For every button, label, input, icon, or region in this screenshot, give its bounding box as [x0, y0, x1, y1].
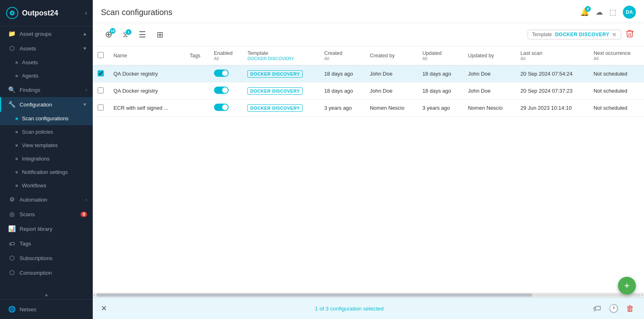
sidebar-item-agents[interactable]: Agents: [0, 69, 93, 82]
row-updated-by: Nomen Nescio: [463, 100, 515, 117]
scroll-left-arrow[interactable]: ‹: [93, 292, 96, 298]
upload-btn[interactable]: ☁: [596, 8, 603, 17]
status-close-btn[interactable]: ✕: [101, 304, 107, 313]
row-next-occurrence: Not scheduled: [589, 100, 644, 117]
row-enabled[interactable]: [209, 65, 243, 82]
filter-btn[interactable]: ⧖ 1: [119, 28, 132, 41]
add-btn[interactable]: ⊕ 10: [101, 27, 116, 42]
sidebar-item-configuration[interactable]: 🔧 Configuration ▼: [0, 97, 93, 112]
sidebar-item-tags[interactable]: 🏷 Tags: [0, 236, 93, 251]
row-last-scan: 29 Jun 2023 10:14:10: [515, 100, 589, 117]
table-row[interactable]: ECR with self signed ... DOCKER DISCOVER…: [93, 100, 644, 117]
row-template: DOCKER DISCOVERY: [242, 100, 319, 117]
row-enabled[interactable]: [209, 82, 243, 100]
col-updated: Updated All: [417, 46, 463, 65]
sidebar-item-label: Tags: [20, 241, 31, 247]
user-avatar[interactable]: DA: [623, 6, 636, 19]
sidebar-collapse-btn[interactable]: ‹: [85, 9, 87, 17]
row-checkbox[interactable]: [98, 70, 104, 76]
sidebar-scroll-up[interactable]: ▲: [0, 290, 93, 299]
tag-action-btn[interactable]: 🏷: [592, 302, 603, 315]
status-actions: 🏷 🕐 🗑: [592, 302, 636, 315]
scroll-right-arrow[interactable]: ›: [641, 292, 644, 298]
sidebar-item-integrations[interactable]: Integrations: [0, 152, 93, 165]
sidebar-item-consumption[interactable]: ⬡ Consumption: [0, 265, 93, 280]
svg-point-2: [11, 12, 13, 14]
dot-icon: [15, 184, 18, 187]
sidebar-item-label: Workflows: [22, 182, 46, 189]
delete-action-btn[interactable]: 🗑: [624, 302, 636, 315]
app-logo[interactable]: Outpost24: [6, 7, 58, 20]
sidebar-item-findings[interactable]: 🔍 Findings ›: [0, 82, 93, 97]
template-badge: DOCKER DISCOVERY: [247, 104, 303, 112]
sidebar-logo: Outpost24 ‹: [0, 0, 93, 26]
toolbar: ⊕ 10 ⧖ 1 ☰ ⊞ Template DOCKER DISCOVERY ✕: [93, 23, 644, 46]
sidebar-item-asset-groups[interactable]: 📁 Asset groups ▲: [0, 26, 93, 41]
enabled-toggle[interactable]: [214, 104, 229, 111]
chevron-icon: ›: [85, 87, 87, 92]
row-tags: [185, 65, 209, 82]
export-btn[interactable]: ⬚: [609, 8, 616, 17]
netsec-icon: 🌐: [8, 306, 15, 313]
select-all-cell[interactable]: [93, 46, 109, 65]
sidebar-item-label: Netsec: [20, 306, 37, 312]
sidebar-item-scan-policies[interactable]: Scan policies: [0, 125, 93, 139]
row-template: DOCKER DISCOVERY: [242, 65, 319, 82]
sidebar-item-workflows[interactable]: Workflows: [0, 179, 93, 192]
row-created-by: John Doe: [365, 82, 417, 100]
chevron-icon: ›: [85, 197, 87, 202]
template-filter-close-btn[interactable]: ✕: [612, 32, 617, 37]
row-next-occurrence: Not scheduled: [589, 65, 644, 82]
enabled-toggle[interactable]: [214, 69, 229, 77]
sidebar-item-automation[interactable]: ⚙ Automation ›: [0, 192, 93, 207]
topbar: Scan configurations 🔔 6 ☁ ⬚ DA: [93, 0, 644, 23]
select-all-checkbox[interactable]: [98, 52, 104, 58]
sidebar-item-assets-sub[interactable]: Assets: [0, 56, 93, 69]
col-template-sub: DOCKER DISCOVERY: [247, 56, 314, 61]
row-checkbox-cell[interactable]: [93, 65, 109, 82]
row-updated-by: John Doe: [463, 82, 515, 100]
sidebar: Outpost24 ‹ 📁 Asset groups ▲ ⬡ Assets ▼ …: [0, 0, 93, 319]
sidebar-item-label: Assets: [22, 59, 38, 65]
row-name: QA Docker registry: [109, 82, 185, 100]
topbar-actions: 🔔 6 ☁ ⬚ DA: [580, 6, 636, 19]
filter-badge: 1: [126, 29, 131, 35]
row-checkbox-cell[interactable]: [93, 82, 109, 100]
clear-all-filters-btn[interactable]: [624, 28, 636, 42]
row-created-by: Nomen Nescio: [365, 100, 417, 117]
sidebar-item-label: Agents: [22, 73, 38, 79]
row-name: QA Docker registry: [109, 65, 185, 82]
table-header-row: Name Tags Enabled All Template DOCKER DI…: [93, 46, 644, 65]
row-enabled[interactable]: [209, 100, 243, 117]
table-row[interactable]: QA Docker registry DOCKER DISCOVERY 18 d…: [93, 65, 644, 82]
col-next-occurrence: Next occurrence All: [589, 46, 644, 65]
notification-btn[interactable]: 🔔 6: [580, 8, 589, 17]
sidebar-item-label: Notification settings: [22, 169, 68, 175]
row-checkbox[interactable]: [98, 104, 104, 111]
row-created: 3 years ago: [319, 100, 365, 117]
sidebar-item-netsec[interactable]: 🌐 Netsec: [0, 302, 93, 317]
sidebar-bottom: 🌐 Netsec: [0, 299, 93, 319]
sidebar-item-assets[interactable]: ⬡ Assets ▼: [0, 41, 93, 56]
add-fab-btn[interactable]: +: [618, 277, 636, 295]
toggle-slider: [214, 87, 229, 94]
schedule-action-btn[interactable]: 🕐: [607, 302, 620, 315]
enabled-toggle[interactable]: [214, 87, 229, 94]
report-icon: 📊: [8, 225, 15, 232]
row-checkbox[interactable]: [98, 87, 104, 93]
col-last-scan: Last scan All: [515, 46, 589, 65]
toolbar-left: ⊕ 10 ⧖ 1 ☰ ⊞: [101, 27, 524, 42]
sidebar-item-report-library[interactable]: 📊 Report library: [0, 221, 93, 236]
sidebar-item-view-templates[interactable]: View templates: [0, 139, 93, 152]
sidebar-item-notification-settings[interactable]: Notification settings: [0, 165, 93, 179]
horizontal-scrollbar[interactable]: ‹ ›: [93, 293, 644, 297]
grid-view-btn[interactable]: ⊞: [153, 28, 168, 41]
sidebar-item-subscriptions[interactable]: ⬡ Subscriptions: [0, 251, 93, 265]
sidebar-item-scan-configurations[interactable]: Scan configurations: [0, 112, 93, 125]
sidebar-item-scans[interactable]: ◎ Scans 8: [0, 207, 93, 221]
row-checkbox-cell[interactable]: [93, 100, 109, 117]
list-view-btn[interactable]: ☰: [135, 28, 150, 41]
config-icon: 🔧: [8, 101, 15, 108]
row-template: DOCKER DISCOVERY: [242, 82, 319, 100]
table-row[interactable]: QA Docker registry DOCKER DISCOVERY 18 d…: [93, 82, 644, 100]
